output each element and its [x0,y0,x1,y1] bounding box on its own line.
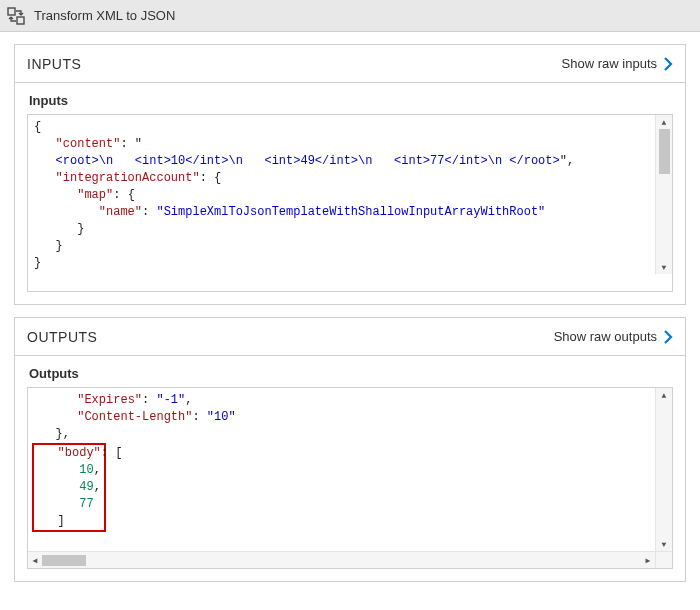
scroll-down-icon: ▼ [656,260,672,274]
scroll-right-icon: ▶ [641,552,655,568]
scroll-down-icon: ▼ [656,537,672,551]
inputs-code-content: { "content": " <root>\n <int>10</int>\n … [28,115,672,276]
outputs-panel-heading: OUTPUTS Show raw outputs [15,318,685,356]
inputs-subheading: Inputs [15,83,685,114]
outputs-code-content: "Expires": "-1", "Content-Length": "10" … [28,388,672,536]
outputs-code-box[interactable]: "Expires": "-1", "Content-Length": "10" … [27,387,673,569]
outputs-panel: OUTPUTS Show raw outputs Outputs "Expire… [14,317,686,582]
window-header: Transform XML to JSON [0,0,700,32]
window-title: Transform XML to JSON [34,8,175,23]
inputs-heading-label: INPUTS [27,56,81,72]
svg-rect-1 [17,17,24,24]
scrollbar-thumb[interactable] [42,555,86,566]
show-raw-inputs-link[interactable]: Show raw inputs [562,56,673,71]
scroll-left-icon: ◀ [28,552,42,568]
inputs-code-box[interactable]: { "content": " <root>\n <int>10</int>\n … [27,114,673,292]
scrollbar-corner [655,551,672,568]
show-raw-outputs-label: Show raw outputs [554,329,657,344]
highlight-box: "body": [ 10, 49, 77 ] [32,443,106,532]
scroll-up-icon: ▲ [656,115,672,129]
scroll-up-icon: ▲ [656,388,672,402]
show-raw-outputs-link[interactable]: Show raw outputs [554,329,673,344]
svg-rect-0 [8,8,15,15]
inputs-panel-heading: INPUTS Show raw inputs [15,45,685,83]
show-raw-inputs-label: Show raw inputs [562,56,657,71]
outputs-vertical-scrollbar[interactable]: ▲ ▼ [655,388,672,551]
inputs-vertical-scrollbar[interactable]: ▲ ▼ [655,115,672,274]
scrollbar-thumb[interactable] [659,129,670,174]
inputs-panel: INPUTS Show raw inputs Inputs { "content… [14,44,686,305]
transform-icon [6,6,26,26]
outputs-heading-label: OUTPUTS [27,329,97,345]
outputs-horizontal-scrollbar[interactable]: ◀ ▶ [28,551,655,568]
chevron-right-icon [663,57,673,71]
chevron-right-icon [663,330,673,344]
outputs-subheading: Outputs [15,356,685,387]
body-area: INPUTS Show raw inputs Inputs { "content… [0,32,700,606]
